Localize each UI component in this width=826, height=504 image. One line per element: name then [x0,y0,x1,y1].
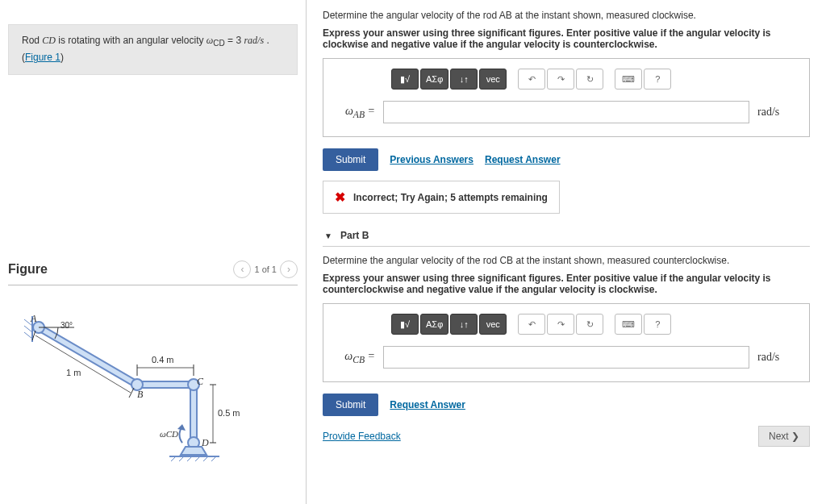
partA-input[interactable] [383,101,749,123]
figure-prev-button[interactable]: ‹ [233,260,251,278]
figure-counter: 1 of 1 [254,264,277,274]
partB-equation-row: ωCB = rad/s [335,343,798,372]
tb-reset-icon[interactable]: ↻ [576,69,603,90]
partB-instructions: Express your answer using three signific… [323,273,810,295]
tb-greek-icon[interactable]: ΑΣφ [420,314,448,335]
partA-toolbar: ▮√ ΑΣφ ↓↑ vec ↶ ↷ ↻ ⌨ ? [335,69,798,90]
fig-cd-label: 0.5 m [218,408,240,418]
partB-question: Determine the angular velocity of the ro… [323,255,810,266]
svg-line-25 [129,388,134,398]
problem-statement: Rod CD is rotating with an angular veloc… [8,24,298,75]
figure-image: 30° 1 m 0.4 m 0.5 m ωCD A B C D [16,302,290,463]
bottom-row: Provide Feedback Next ❯ [323,426,810,447]
figure-header: Figure ‹ 1 of 1 › [8,260,298,285]
figure-next-button[interactable]: › [280,260,298,278]
prob-cd: CD [42,35,56,46]
prob-text: = 3 [225,35,244,46]
partA-answer-panel: ▮√ ΑΣφ ↓↑ vec ↶ ↷ ↻ ⌨ ? ωAB = rad/s [323,58,810,137]
fig-ab-label: 1 m [66,368,81,377]
partA-actions: Submit Previous Answers Request Answer [323,148,810,171]
fig-D-label: D [202,437,209,449]
fig-B-label: B [137,389,143,401]
partB-answer-panel: ▮√ ΑΣφ ↓↑ vec ↶ ↷ ↻ ⌨ ? ωCB = rad/s [323,303,810,382]
tb-help-icon[interactable]: ? [644,69,671,90]
partA-equation-row: ωAB = rad/s [335,98,798,127]
partB-input[interactable] [383,346,749,369]
svg-line-5 [39,327,137,385]
provide-feedback-link[interactable]: Provide Feedback [323,431,401,442]
tb-template-icon[interactable]: ▮√ [391,314,419,335]
partA-feedback-box: ✖ Incorrect; Try Again; 5 attempts remai… [323,181,560,214]
fig-omega-label: ωCD [160,429,178,439]
tb-reset-icon[interactable]: ↻ [576,314,603,335]
partB-unit-label: rad/s [757,351,798,364]
partB-title: Part B [340,230,369,241]
tb-redo-icon[interactable]: ↷ [547,69,574,90]
fig-C-label: C [197,376,203,388]
right-pane: Determine the angular velocity of the ro… [307,0,826,504]
tb-keyboard-icon[interactable]: ⌨ [615,314,642,335]
figure-link[interactable]: Figure 1 [25,52,60,63]
prob-text: is rotating with an angular velocity [56,35,206,46]
tb-undo-icon[interactable]: ↶ [518,69,545,90]
partB-header[interactable]: ▼ Part B [323,225,810,247]
partA-request-answer-link[interactable]: Request Answer [485,154,561,165]
svg-line-2 [24,326,32,332]
fig-angle-label: 30° [60,321,73,330]
partA-unit-label: rad/s [757,106,798,119]
figure-nav: ‹ 1 of 1 › [233,260,298,278]
prob-text: ) [60,52,64,63]
figure-section: Figure ‹ 1 of 1 › [8,260,298,463]
prob-omega-sub: CD [213,39,224,48]
prob-omega: ω [206,35,213,46]
tb-template-icon[interactable]: ▮√ [391,69,419,90]
partB-submit-button[interactable]: Submit [323,394,378,416]
tb-keyboard-icon[interactable]: ⌨ [615,69,642,90]
partB-actions: Submit Request Answer [323,394,810,416]
figure-title: Figure [8,262,48,277]
tb-subsup-icon[interactable]: ↓↑ [450,69,478,90]
tb-vec-icon[interactable]: vec [479,69,507,90]
prob-text: Rod [22,35,42,46]
tb-subsup-icon[interactable]: ↓↑ [450,314,478,335]
caret-down-icon[interactable]: ▼ [323,231,334,240]
left-pane: Rod CD is rotating with an angular veloc… [0,0,307,504]
figure-svg [16,302,258,463]
partA-submit-button[interactable]: Submit [323,148,378,171]
partB-toolbar: ▮√ ΑΣφ ↓↑ vec ↶ ↷ ↻ ⌨ ? [335,314,798,335]
partA-var-label: ωAB = [335,105,375,120]
svg-marker-32 [177,424,186,431]
partA-question: Determine the angular velocity of the ro… [323,10,810,21]
tb-undo-icon[interactable]: ↶ [518,314,545,335]
svg-line-3 [24,332,32,339]
incorrect-icon: ✖ [335,190,345,205]
svg-line-23 [35,335,131,393]
partA-feedback-text: Incorrect; Try Again; 5 attempts remaini… [353,192,548,203]
partA-previous-answers-link[interactable]: Previous Answers [390,154,473,165]
tb-help-icon[interactable]: ? [644,314,671,335]
fig-A-label: A [31,313,36,325]
partA-instructions: Express your answer using three signific… [323,27,810,50]
tb-vec-icon[interactable]: vec [479,314,507,335]
partB-request-answer-link[interactable]: Request Answer [390,399,465,410]
tb-redo-icon[interactable]: ↷ [547,314,574,335]
fig-bc-label: 0.4 m [152,355,174,364]
tb-greek-icon[interactable]: ΑΣφ [420,69,448,90]
prob-units: rad/s [244,35,264,46]
partB-var-label: ωCB = [335,350,375,365]
next-button[interactable]: Next ❯ [758,426,810,447]
